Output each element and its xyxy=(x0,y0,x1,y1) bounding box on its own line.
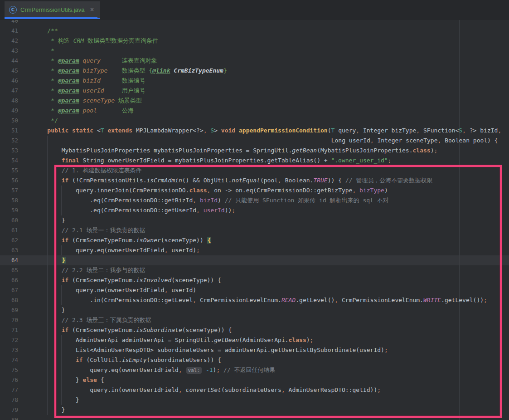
line-number[interactable]: 47 xyxy=(0,86,18,96)
code-area[interactable]: /*** 构造 CRM 数据类型数据分页查询条件** @param query … xyxy=(0,0,509,420)
indent-guide xyxy=(61,245,62,255)
code-line[interactable]: query.in(ownerUserIdField, convertSet(su… xyxy=(90,385,381,395)
line-number[interactable]: 61 xyxy=(0,225,18,235)
line-number[interactable]: 78 xyxy=(0,395,18,405)
active-tab-indicator xyxy=(5,17,97,19)
code-line[interactable]: final String ownerUserIdField = mybatisP… xyxy=(62,156,392,166)
code-line[interactable]: MybatisPlusJoinProperties mybatisPlusJoi… xyxy=(62,146,438,156)
line-number[interactable]: 48 xyxy=(0,96,18,106)
code-line[interactable]: if (CrmSceneTypeEnum.isSubordinate(scene… xyxy=(62,325,232,335)
line-number[interactable]: 51 xyxy=(0,126,18,136)
code-line[interactable]: if (!CrmPermissionUtils.isCrmAdmin() && … xyxy=(62,176,433,186)
line-number[interactable]: 49 xyxy=(0,106,18,116)
line-number[interactable]: 41 xyxy=(0,26,18,36)
line-number[interactable]: 44 xyxy=(0,56,18,66)
line-number[interactable]: 55 xyxy=(0,166,18,176)
code-line[interactable]: query.innerJoin(CrmPermissionDO.class, o… xyxy=(76,186,388,195)
editor[interactable]: 4041424344454647484950515253545556575859… xyxy=(0,0,509,420)
line-number[interactable]: 42 xyxy=(0,36,18,46)
line-number[interactable]: 63 xyxy=(0,245,18,255)
line-number[interactable]: 68 xyxy=(0,295,18,305)
inlay-hint: val: xyxy=(186,367,202,374)
line-number[interactable]: 46 xyxy=(0,76,18,86)
code-line[interactable]: } else { xyxy=(76,375,104,385)
code-line[interactable]: // 2.2 场景二：我参与的数据 xyxy=(62,265,145,275)
code-line[interactable]: Long userId, Integer sceneType, Boolean … xyxy=(331,136,498,146)
code-line[interactable]: // 2.3 场景三：下属负责的数据 xyxy=(62,315,151,325)
line-number[interactable]: 56 xyxy=(0,176,18,186)
code-line[interactable]: } xyxy=(62,405,65,415)
line-number[interactable]: 53 xyxy=(0,146,18,156)
line-number[interactable]: 62 xyxy=(0,235,18,245)
indent-guide xyxy=(61,186,62,215)
line-number[interactable]: 79 xyxy=(0,405,18,415)
tab-close-icon[interactable]: × xyxy=(90,6,94,13)
code-line[interactable]: query.ne(ownerUserIdField, userId) xyxy=(76,285,196,295)
line-number[interactable]: 72 xyxy=(0,335,18,345)
line-number[interactable]: 77 xyxy=(0,385,18,395)
code-line[interactable]: } xyxy=(62,215,65,225)
tab-filename: CrmPermissionUtils.java xyxy=(20,6,85,13)
line-number[interactable]: 67 xyxy=(0,285,18,295)
line-number[interactable]: 80 xyxy=(0,415,18,420)
code-line[interactable]: * @param query 连表查询对象 xyxy=(51,56,157,66)
code-line[interactable]: * @param pool 公海 xyxy=(51,106,134,116)
line-number[interactable]: 64 xyxy=(0,255,18,265)
code-line[interactable]: AdminUserApi adminUserApi = SpringUtil.g… xyxy=(76,335,313,345)
tab-crmpermissionutils[interactable]: C CrmPermissionUtils.java × xyxy=(5,1,100,19)
line-number[interactable]: 76 xyxy=(0,375,18,385)
line-number[interactable]: 58 xyxy=(0,195,18,205)
java-class-icon: C xyxy=(9,6,17,14)
line-number[interactable]: 75 xyxy=(0,365,18,375)
gutter-separator xyxy=(32,20,32,420)
code-line[interactable]: List<AdminUserRespDTO> subordinateUsers … xyxy=(76,345,388,355)
current-line-highlight xyxy=(0,255,509,265)
line-number[interactable]: 54 xyxy=(0,156,18,166)
line-number[interactable]: 73 xyxy=(0,345,18,355)
code-line[interactable]: query.eq(ownerUserIdField, val: -1); // … xyxy=(90,365,275,375)
code-line[interactable]: if (CrmSceneTypeEnum.isInvolved(sceneTyp… xyxy=(62,275,221,285)
line-number[interactable]: 66 xyxy=(0,275,18,285)
code-line[interactable]: .eq(CrmPermissionDO::getUserId, userId))… xyxy=(90,205,235,215)
code-line[interactable]: * @param bizType 数据类型 {@link CrmBizTypeE… xyxy=(51,66,227,76)
code-line[interactable]: if (CrmSceneTypeEnum.isOwner(sceneType))… xyxy=(62,235,212,245)
code-line[interactable]: * @param userId 用户编号 xyxy=(51,86,145,96)
editor-tab-bar: C CrmPermissionUtils.java × xyxy=(0,0,509,20)
line-number[interactable]: 60 xyxy=(0,215,18,225)
code-line[interactable]: public static <T extends MPJLambdaWrappe… xyxy=(47,126,501,136)
code-line[interactable]: */ xyxy=(51,116,58,126)
line-number[interactable]: 70 xyxy=(0,315,18,325)
line-number[interactable]: 69 xyxy=(0,305,18,315)
code-line[interactable]: * 构造 CRM 数据类型数据分页查询条件 xyxy=(51,36,158,46)
code-line[interactable]: /** xyxy=(47,26,58,36)
line-number[interactable]: 57 xyxy=(0,186,18,195)
line-number[interactable]: 43 xyxy=(0,46,18,56)
code-line[interactable]: * @param bizId 数据编号 xyxy=(51,76,145,86)
line-number[interactable]: 45 xyxy=(0,66,18,76)
line-number[interactable]: 65 xyxy=(0,265,18,275)
code-line[interactable]: * xyxy=(51,46,54,56)
indent-guide xyxy=(47,136,48,415)
code-line[interactable]: // 2.1 场景一：我负责的数据 xyxy=(62,225,145,235)
line-number[interactable]: 74 xyxy=(0,355,18,365)
code-line[interactable]: } xyxy=(62,305,65,315)
right-margin-guide xyxy=(459,20,460,420)
indent-guide xyxy=(61,335,62,405)
code-line[interactable]: .eq(CrmPermissionDO::getBizId, bizId) //… xyxy=(90,195,388,205)
code-line[interactable]: * @param sceneType 场景类型 xyxy=(51,96,142,106)
indent-guide xyxy=(61,285,62,305)
line-number[interactable]: 50 xyxy=(0,116,18,126)
code-line[interactable]: } xyxy=(76,395,79,405)
line-number[interactable]: 71 xyxy=(0,325,18,335)
line-number[interactable]: 52 xyxy=(0,136,18,146)
line-number[interactable]: 59 xyxy=(0,205,18,215)
code-line[interactable]: if (CollUtil.isEmpty(subordinateUsers)) … xyxy=(76,355,221,365)
code-line[interactable]: // 1. 构建数据权限连表条件 xyxy=(62,166,142,176)
code-line[interactable]: .in(CrmPermissionDO::getLevel, CrmPermis… xyxy=(90,295,487,305)
code-line[interactable]: query.eq(ownerUserIdField, userId); xyxy=(76,245,200,255)
code-line[interactable]: } xyxy=(62,255,66,265)
